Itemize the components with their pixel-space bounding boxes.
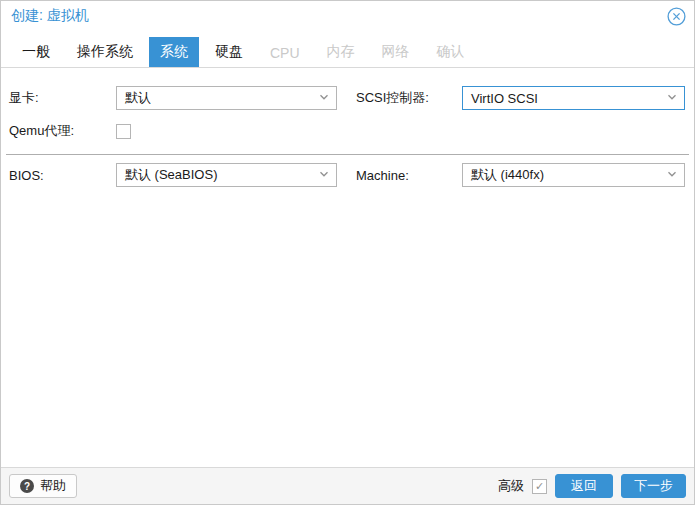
footer-toolbar: ? 帮助 高级 ✓ 返回 下一步 — [1, 467, 694, 504]
footer-actions: 高级 ✓ 返回 下一步 — [498, 474, 686, 498]
tab-bar: 一般 操作系统 系统 硬盘 CPU 内存 网络 确认 — [1, 31, 694, 68]
machine-label: Machine: — [356, 168, 462, 183]
scsi-field-group: SCSI控制器: VirtIO SCSI — [347, 86, 694, 110]
help-button-label: 帮助 — [40, 477, 66, 495]
qemu-agent-checkbox[interactable] — [116, 124, 131, 139]
machine-dropdown[interactable]: 默认 (i440fx) — [462, 163, 685, 187]
create-vm-dialog: 创建: 虚拟机 一般 操作系统 系统 硬盘 CPU 内存 网络 确认 显卡: 默… — [0, 0, 695, 505]
chevron-down-icon — [666, 91, 678, 106]
scsi-value: VirtIO SCSI — [471, 91, 538, 106]
tab-general[interactable]: 一般 — [11, 37, 61, 67]
close-icon[interactable] — [666, 6, 686, 26]
qemu-agent-group: Qemu代理: — [1, 122, 348, 140]
system-form: 显卡: 默认 SCSI控制器: VirtIO SCSI — [1, 68, 694, 187]
tab-disks[interactable]: 硬盘 — [204, 37, 254, 67]
tab-cpu: CPU — [259, 39, 311, 67]
machine-value: 默认 (i440fx) — [471, 166, 544, 184]
gpu-label: 显卡: — [9, 89, 116, 107]
next-button[interactable]: 下一步 — [621, 474, 686, 498]
gpu-field-group: 显卡: 默认 — [1, 86, 347, 110]
machine-field-group: Machine: 默认 (i440fx) — [347, 163, 694, 187]
bios-field-group: BIOS: 默认 (SeaBIOS) — [1, 163, 347, 187]
advanced-label: 高级 — [498, 477, 524, 495]
tab-confirm: 确认 — [426, 37, 476, 67]
help-icon: ? — [20, 479, 34, 493]
tab-system[interactable]: 系统 — [149, 37, 199, 67]
tab-os[interactable]: 操作系统 — [66, 37, 144, 67]
qemu-agent-label: Qemu代理: — [9, 122, 116, 140]
bios-value: 默认 (SeaBIOS) — [125, 166, 217, 184]
gpu-value: 默认 — [125, 89, 151, 107]
form-row-3: BIOS: 默认 (SeaBIOS) Machine: 默认 (i440fx) — [1, 163, 694, 187]
dialog-header: 创建: 虚拟机 — [1, 1, 694, 31]
dialog-title: 创建: 虚拟机 — [11, 7, 89, 25]
help-button[interactable]: ? 帮助 — [9, 474, 77, 498]
form-row-2: Qemu代理: — [1, 122, 694, 140]
form-row-1: 显卡: 默认 SCSI控制器: VirtIO SCSI — [1, 86, 694, 110]
chevron-down-icon — [318, 91, 330, 106]
tab-memory: 内存 — [316, 37, 366, 67]
section-separator — [6, 154, 689, 155]
scsi-dropdown[interactable]: VirtIO SCSI — [462, 86, 685, 110]
advanced-checkbox[interactable]: ✓ — [532, 479, 547, 494]
bios-label: BIOS: — [9, 168, 116, 183]
chevron-down-icon — [666, 168, 678, 183]
scsi-label: SCSI控制器: — [356, 89, 462, 107]
tab-network: 网络 — [371, 37, 421, 67]
back-button[interactable]: 返回 — [555, 474, 613, 498]
gpu-dropdown[interactable]: 默认 — [116, 86, 337, 110]
bios-dropdown[interactable]: 默认 (SeaBIOS) — [116, 163, 337, 187]
chevron-down-icon — [318, 168, 330, 183]
